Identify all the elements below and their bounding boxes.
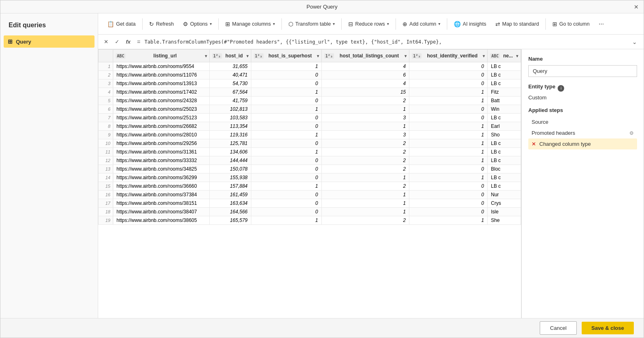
cell-listing_url: https://www.airbnb.com/rooms/13913 [113, 79, 210, 88]
reduce-rows-button[interactable]: ⊟ Reduce rows ▾ [344, 18, 393, 30]
cell-host_total: 1 [321, 122, 409, 131]
cell-ne: Nur [488, 191, 521, 199]
cell-host_total: 3 [321, 131, 409, 139]
formula-cancel-button[interactable]: ✕ [101, 37, 111, 46]
step-changed-column-type[interactable]: ✕ Changed column type [528, 138, 637, 149]
row-number: 19 [99, 216, 113, 225]
options-chevron: ▾ [210, 22, 212, 26]
data-area: ABC listing_url ▾ 1²₃ host_id [98, 49, 644, 318]
col-type-host_is_superhost: 1²₃ [254, 53, 264, 59]
cell-host_total: 2 [321, 182, 409, 191]
col-filter-host_identity[interactable]: ▾ [483, 54, 485, 58]
cell-host_identity: 1 [409, 88, 488, 97]
cancel-button[interactable]: Cancel [540, 321, 576, 335]
cell-host_is_superhost: 0 [251, 139, 321, 148]
table-row: 10 https://www.airbnb.com/rooms/29256 12… [99, 139, 521, 148]
cell-host_identity: 0 [409, 71, 488, 79]
manage-columns-label: Manage columns [232, 21, 271, 27]
cell-ne: LB c [488, 182, 521, 191]
manage-columns-button[interactable]: ⊞ Manage columns ▾ [221, 18, 279, 30]
col-filter-ne[interactable]: ▾ [516, 54, 518, 58]
row-number: 17 [99, 199, 113, 208]
cell-host_id: 155,938 [209, 173, 251, 182]
table-container[interactable]: ABC listing_url ▾ 1²₃ host_id [98, 49, 521, 318]
cell-listing_url: https://www.airbnb.com/rooms/36660 [113, 182, 210, 191]
cell-listing_url: https://www.airbnb.com/rooms/25123 [113, 114, 210, 122]
save-close-button[interactable]: Save & close [582, 322, 634, 334]
col-name-ne: ne... [501, 53, 514, 59]
formula-confirm-button[interactable]: ✓ [112, 37, 122, 46]
refresh-button[interactable]: ↻ Refresh [145, 18, 178, 30]
cell-listing_url: https://www.airbnb.com/rooms/33332 [113, 156, 210, 165]
close-button[interactable]: ✕ [634, 4, 639, 10]
cell-host_identity: 1 [409, 156, 488, 165]
cell-host_id: 41,759 [209, 97, 251, 105]
step-source[interactable]: Source [528, 116, 637, 127]
go-to-column-button[interactable]: ⊞ Go to column [548, 18, 593, 30]
cell-host_total: 1 [321, 173, 409, 182]
ai-insights-icon: 🌐 [454, 21, 461, 27]
add-column-button[interactable]: ⊕ Add column ▾ [398, 18, 444, 30]
main-container: Edit queries ⊞ Query 📋 Get data ↻ Refres… [0, 13, 644, 318]
cell-host_identity: 1 [409, 216, 488, 225]
col-filter-host_is_superhost[interactable]: ▾ [317, 54, 319, 58]
table-row: 16 https://www.airbnb.com/rooms/37384 16… [99, 191, 521, 199]
col-name-host_identity: host_identity_verified [423, 53, 481, 59]
manage-columns-chevron: ▾ [273, 22, 275, 26]
ai-insights-button[interactable]: 🌐 AI insights [450, 18, 490, 30]
get-data-button[interactable]: 📋 Get data [103, 18, 140, 30]
map-to-standard-button[interactable]: ⇄ Map to standard [491, 18, 543, 30]
transform-table-button[interactable]: ⬡ Transform table ▾ [284, 18, 339, 30]
col-type-host_total: 1²₃ [324, 53, 334, 59]
cell-host_is_superhost: 0 [251, 114, 321, 122]
table-row: 4 https://www.airbnb.com/rooms/17402 67,… [99, 88, 521, 97]
formula-expand-button[interactable]: ⌄ [629, 37, 640, 47]
row-number: 16 [99, 191, 113, 199]
step-promoted-headers[interactable]: Promoted headers ⚙ [528, 127, 637, 138]
applied-steps-title: Applied steps [528, 107, 637, 113]
table-body: 1 https://www.airbnb.com/rooms/9554 31,6… [99, 62, 521, 225]
cell-host_id: 165,579 [209, 216, 251, 225]
cell-listing_url: https://www.airbnb.com/rooms/26682 [113, 122, 210, 131]
cell-listing_url: https://www.airbnb.com/rooms/31361 [113, 148, 210, 156]
col-filter-listing_url[interactable]: ▾ [205, 54, 207, 58]
cell-host_is_superhost: 1 [251, 105, 321, 114]
more-button[interactable]: ··· [594, 18, 608, 30]
row-number: 6 [99, 105, 113, 114]
cell-host_is_superhost: 1 [251, 148, 321, 156]
row-number: 8 [99, 122, 113, 131]
cell-host_id: 125,781 [209, 139, 251, 148]
step-promoted-headers-gear[interactable]: ⚙ [629, 130, 634, 136]
col-header-host_id: 1²₃ host_id ▾ [209, 50, 251, 62]
get-data-icon: 📋 [107, 21, 114, 27]
col-filter-host_total[interactable]: ▾ [404, 54, 407, 58]
cell-ne: LB c [488, 62, 521, 71]
col-filter-host_id[interactable]: ▾ [246, 54, 248, 58]
toolbar: 📋 Get data ↻ Refresh ⚙ Options ▾ ⊞ Manag… [98, 13, 644, 35]
cell-host_identity: 0 [409, 199, 488, 208]
entity-type-section: Entity type i Custom [528, 83, 637, 101]
options-button[interactable]: ⚙ Options ▾ [179, 18, 216, 30]
step-changed-column-type-label: Changed column type [539, 141, 591, 147]
content-area: 📋 Get data ↻ Refresh ⚙ Options ▾ ⊞ Manag… [98, 13, 644, 318]
col-header-host_is_superhost: 1²₃ host_is_superhost ▾ [251, 50, 321, 62]
entity-type-info-icon[interactable]: i [558, 85, 564, 92]
row-number: 12 [99, 156, 113, 165]
cell-host_id: 163,634 [209, 199, 251, 208]
col-header-host_total: 1²₃ host_total_listings_count ▾ [321, 50, 409, 62]
row-number: 7 [99, 114, 113, 122]
name-input[interactable] [528, 65, 637, 77]
reduce-rows-chevron: ▾ [387, 22, 389, 26]
reduce-rows-label: Reduce rows [355, 21, 385, 27]
cell-host_is_superhost: 1 [251, 182, 321, 191]
col-name-host_is_superhost: host_is_superhost [265, 53, 315, 59]
cell-host_is_superhost: 1 [251, 131, 321, 139]
col-name-host_total: host_total_listings_count [336, 53, 403, 59]
formula-fx-button[interactable]: fx [123, 37, 133, 46]
row-number: 9 [99, 131, 113, 139]
cell-ne: LB c [488, 156, 521, 165]
sidebar-item-query[interactable]: ⊞ Query [4, 35, 95, 48]
cell-listing_url: https://www.airbnb.com/rooms/25023 [113, 105, 210, 114]
cell-host_total: 3 [321, 114, 409, 122]
step-promoted-headers-label: Promoted headers [532, 130, 575, 136]
